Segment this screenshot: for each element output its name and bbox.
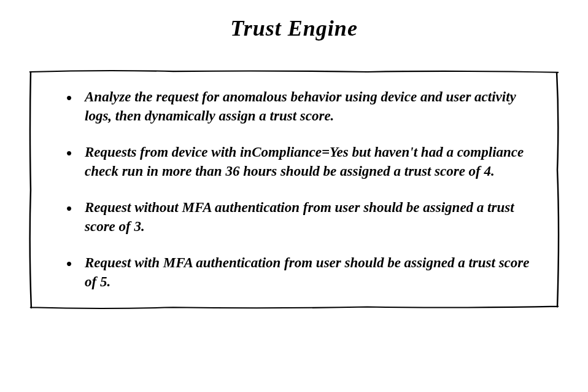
bullet-item: Request with MFA authentication from use… (61, 253, 533, 291)
content-box: Analyze the request for anomalous behavi… (28, 69, 560, 310)
bullet-item: Requests from device with inCompliance=Y… (61, 143, 533, 181)
bullet-list: Analyze the request for anomalous behavi… (61, 87, 533, 291)
diagram-title: Trust Engine (25, 15, 563, 41)
bullet-item: Request without MFA authentication from … (61, 198, 533, 236)
bullet-item: Analyze the request for anomalous behavi… (61, 87, 533, 125)
diagram-container: Trust Engine Analyze the request for ano… (0, 0, 588, 325)
